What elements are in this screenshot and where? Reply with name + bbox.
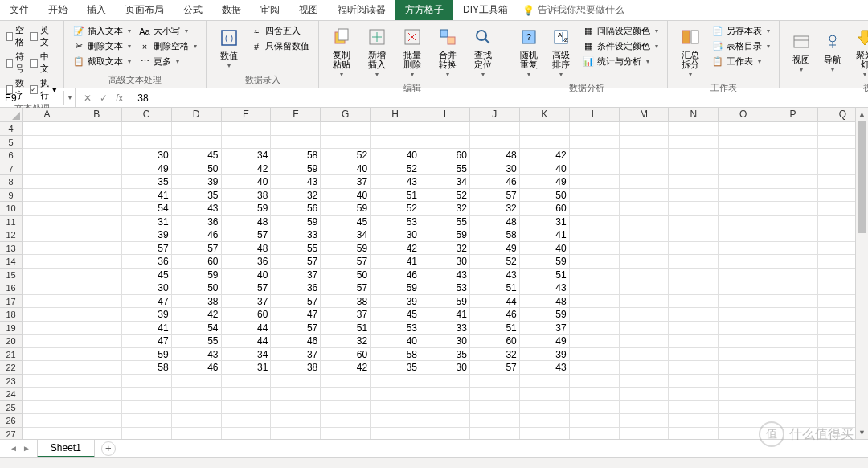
- cell-H6[interactable]: 40: [371, 149, 420, 162]
- cell-F11[interactable]: 59: [271, 216, 321, 229]
- cell-F24[interactable]: [271, 388, 321, 401]
- cell-L19[interactable]: [570, 322, 620, 335]
- cell-E21[interactable]: 34: [222, 348, 272, 362]
- row-header-25[interactable]: 25: [0, 401, 23, 415]
- cell-J22[interactable]: 57: [470, 361, 520, 375]
- cell-E18[interactable]: 60: [222, 308, 272, 322]
- cell-B26[interactable]: [72, 414, 122, 428]
- cell-E6[interactable]: 34: [222, 149, 272, 162]
- cell-N17[interactable]: [669, 295, 719, 309]
- cell-J24[interactable]: [470, 388, 520, 401]
- cell-B9[interactable]: [72, 189, 122, 203]
- cell-I9[interactable]: 52: [420, 189, 470, 203]
- cell-D14[interactable]: 60: [172, 255, 222, 269]
- cell-P22[interactable]: [768, 361, 818, 375]
- cell-J12[interactable]: 58: [470, 228, 520, 242]
- cell-J19[interactable]: 51: [470, 322, 520, 335]
- menu-数据[interactable]: 数据: [212, 0, 251, 20]
- cell-B21[interactable]: [72, 348, 122, 362]
- row-header-22[interactable]: 22: [0, 361, 23, 375]
- scroll-down-icon[interactable]: ▼: [856, 426, 868, 439]
- cell-D21[interactable]: 43: [172, 348, 222, 362]
- cell-I5[interactable]: [420, 136, 470, 150]
- cell-O11[interactable]: [719, 216, 768, 229]
- btn-插入文本[interactable]: 📝插入文本▾: [71, 24, 133, 38]
- cell-E7[interactable]: 42: [222, 162, 272, 176]
- cell-L9[interactable]: [570, 189, 620, 203]
- cell-B18[interactable]: [72, 308, 122, 322]
- cell-O19[interactable]: [719, 322, 768, 335]
- cell-K24[interactable]: [520, 388, 570, 401]
- large-btn-新增插入[interactable]: 新增插入▾: [361, 23, 393, 81]
- cell-I15[interactable]: 43: [420, 269, 470, 282]
- large-btn-批量删除[interactable]: 批量删除▾: [396, 23, 428, 81]
- cell-A11[interactable]: [23, 216, 72, 229]
- cell-I4[interactable]: [420, 122, 470, 136]
- cell-H15[interactable]: 46: [371, 269, 420, 282]
- cell-J6[interactable]: 48: [470, 149, 520, 162]
- cell-M22[interactable]: [620, 361, 669, 375]
- cell-J21[interactable]: 32: [470, 348, 520, 362]
- cell-O10[interactable]: [719, 202, 768, 216]
- cell-A23[interactable]: [23, 375, 72, 388]
- cell-J9[interactable]: 57: [470, 189, 520, 203]
- cell-C17[interactable]: 47: [122, 295, 172, 309]
- cell-O5[interactable]: [719, 136, 768, 150]
- cell-N11[interactable]: [669, 216, 719, 229]
- row-header-15[interactable]: 15: [0, 269, 23, 282]
- cell-D16[interactable]: 50: [172, 281, 222, 295]
- cell-A14[interactable]: [23, 255, 72, 269]
- cell-J7[interactable]: 30: [470, 162, 520, 176]
- cell-K21[interactable]: 39: [520, 348, 570, 362]
- row-header-8[interactable]: 8: [0, 175, 23, 189]
- menu-开始[interactable]: 开始: [39, 0, 77, 20]
- cell-P25[interactable]: [768, 401, 818, 415]
- row-header-20[interactable]: 20: [0, 335, 23, 348]
- cell-I13[interactable]: 32: [420, 242, 470, 256]
- row-header-10[interactable]: 10: [0, 202, 23, 216]
- cell-O7[interactable]: [719, 162, 768, 176]
- cell-G19[interactable]: 51: [321, 322, 371, 335]
- cell-I7[interactable]: 55: [420, 162, 470, 176]
- cell-N5[interactable]: [669, 136, 719, 150]
- cell-A17[interactable]: [23, 295, 72, 309]
- cell-H13[interactable]: 42: [371, 242, 420, 256]
- cell-H17[interactable]: 39: [371, 295, 420, 309]
- col-header-K[interactable]: K: [520, 108, 570, 122]
- cell-C5[interactable]: [122, 136, 172, 150]
- cell-P16[interactable]: [768, 281, 818, 295]
- cell-H12[interactable]: 30: [371, 228, 420, 242]
- cell-J10[interactable]: 32: [470, 202, 520, 216]
- cell-G13[interactable]: 59: [321, 242, 371, 256]
- cell-O4[interactable]: [719, 122, 768, 136]
- cell-D24[interactable]: [172, 388, 222, 401]
- large-btn-合并转换[interactable]: 合并转换▾: [432, 23, 464, 81]
- cell-H26[interactable]: [371, 414, 420, 428]
- cell-G10[interactable]: 59: [321, 202, 371, 216]
- col-header-D[interactable]: D: [172, 108, 222, 122]
- cell-K11[interactable]: 31: [520, 216, 570, 229]
- cell-J5[interactable]: [470, 136, 520, 150]
- menu-公式[interactable]: 公式: [174, 0, 212, 20]
- cell-G5[interactable]: [321, 136, 371, 150]
- cell-E5[interactable]: [222, 136, 272, 150]
- btn-间隔设定颜色[interactable]: ▦间隔设定颜色▾: [580, 24, 661, 38]
- cell-J16[interactable]: 51: [470, 281, 520, 295]
- cell-P15[interactable]: [768, 269, 818, 282]
- cell-I19[interactable]: 33: [420, 322, 470, 335]
- btn-工作表[interactable]: 📋工作表▾: [710, 55, 772, 68]
- col-header-N[interactable]: N: [669, 108, 719, 122]
- cell-H23[interactable]: [371, 375, 420, 388]
- cell-E25[interactable]: [222, 401, 272, 415]
- cell-M26[interactable]: [620, 414, 669, 428]
- cell-M9[interactable]: [620, 189, 669, 203]
- fx-icon[interactable]: fx: [116, 92, 123, 104]
- row-header-11[interactable]: 11: [0, 216, 23, 229]
- cell-L26[interactable]: [570, 414, 620, 428]
- cell-G22[interactable]: 42: [321, 361, 371, 375]
- cell-G20[interactable]: 32: [321, 335, 371, 348]
- cell-O23[interactable]: [719, 375, 768, 388]
- col-header-L[interactable]: L: [570, 108, 620, 122]
- cell-E16[interactable]: 57: [222, 281, 272, 295]
- cell-I6[interactable]: 60: [420, 149, 470, 162]
